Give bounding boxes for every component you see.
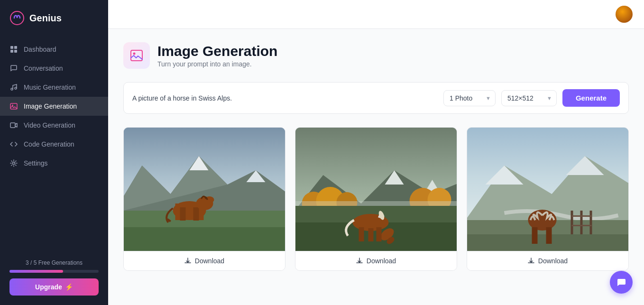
download-label: Download	[195, 257, 224, 265]
sidebar-item-settings[interactable]: Settings	[0, 154, 108, 173]
page-title: Image Generation	[157, 43, 277, 59]
download-icon	[356, 258, 363, 264]
image-icon	[9, 102, 18, 111]
chat-bubble-button[interactable]	[610, 271, 633, 294]
image-card-1: Download	[123, 127, 285, 271]
upgrade-icon: ⚡	[65, 283, 73, 291]
sidebar-bottom: 3 / 5 Free Generations Upgrade ⚡	[0, 252, 108, 305]
svg-rect-44	[377, 227, 382, 241]
app-name: Genius	[29, 13, 62, 24]
svg-rect-24	[193, 207, 199, 221]
photo-count-select[interactable]: 1 Photo 2 Photos 3 Photos 4 Photos	[443, 90, 496, 106]
avatar-image	[616, 6, 633, 23]
sidebar-item-music-generation[interactable]: Music Generation	[0, 78, 108, 97]
topbar	[108, 0, 644, 29]
sidebar-item-label: Dashboard	[24, 46, 56, 53]
genius-logo-icon	[9, 10, 25, 26]
sidebar-nav: Dashboard Conversation Music Generation	[0, 36, 108, 252]
svg-rect-55	[572, 215, 592, 217]
svg-rect-42	[359, 227, 364, 241]
sidebar-item-code-generation[interactable]: Code Generation	[0, 135, 108, 154]
progress-fill	[9, 270, 63, 273]
music-icon	[9, 83, 18, 92]
sidebar-item-dashboard[interactable]: Dashboard	[0, 40, 108, 59]
sidebar-item-image-generation[interactable]: Image Generation	[0, 97, 108, 116]
chat-icon	[9, 64, 18, 73]
svg-rect-43	[368, 228, 374, 241]
generate-label: Generate	[576, 94, 607, 102]
svg-rect-2	[14, 46, 17, 49]
download-button-2[interactable]: Download	[295, 251, 457, 270]
main-content: Image Generation Turn your prompt into a…	[108, 0, 644, 305]
download-button-1[interactable]: Download	[124, 251, 285, 270]
svg-point-6	[15, 87, 17, 89]
image-card-2: Download	[295, 127, 457, 271]
svg-rect-54	[590, 211, 592, 234]
upgrade-label: Upgrade	[35, 283, 62, 291]
svg-rect-9	[10, 123, 15, 128]
svg-rect-23	[180, 207, 186, 221]
sidebar-item-label: Settings	[24, 159, 48, 167]
svg-point-12	[133, 53, 136, 55]
resolution-wrapper: 256×256 512×512 1024×1024 ▼	[501, 90, 557, 106]
sidebar-item-label: Music Generation	[24, 83, 76, 91]
download-label: Download	[367, 257, 396, 265]
image-generation-icon	[130, 49, 143, 62]
page-title-group: Image Generation Turn your prompt into a…	[157, 43, 277, 68]
svg-rect-19	[124, 227, 285, 251]
page-header: Image Generation Turn your prompt into a…	[123, 42, 629, 69]
svg-rect-4	[14, 50, 17, 53]
download-button-3[interactable]: Download	[467, 251, 628, 270]
image-2	[295, 128, 457, 251]
grid-icon	[9, 45, 18, 54]
chat-bubble-icon	[616, 277, 626, 287]
prompt-input[interactable]	[132, 94, 438, 102]
svg-rect-53	[580, 211, 583, 234]
svg-point-5	[11, 88, 13, 90]
download-icon	[184, 258, 191, 264]
video-icon	[9, 121, 18, 129]
sidebar-item-conversation[interactable]: Conversation	[0, 59, 108, 78]
image-3	[467, 128, 628, 251]
avatar[interactable]	[616, 6, 633, 23]
svg-rect-52	[571, 211, 573, 234]
svg-point-10	[13, 162, 15, 165]
sidebar-item-label: Code Generation	[24, 140, 74, 148]
upgrade-button[interactable]: Upgrade ⚡	[9, 278, 99, 296]
svg-rect-11	[131, 50, 142, 61]
page-icon-wrap	[123, 42, 150, 69]
download-icon	[528, 258, 534, 264]
content-area: Image Generation Turn your prompt into a…	[108, 29, 644, 284]
photo-count-wrapper: 1 Photo 2 Photos 3 Photos 4 Photos ▼	[443, 90, 496, 106]
sidebar: Genius Dashboard Conversation	[0, 0, 108, 305]
svg-rect-3	[10, 50, 13, 53]
svg-rect-56	[572, 225, 592, 226]
progress-track	[9, 270, 99, 273]
svg-point-8	[12, 105, 13, 106]
generate-button[interactable]: Generate	[562, 89, 620, 107]
image-card-3: Download	[467, 127, 629, 271]
sidebar-item-label: Conversation	[24, 65, 63, 72]
image-1	[124, 128, 285, 251]
image-grid: Download	[123, 127, 629, 271]
resolution-select[interactable]: 256×256 512×512 1024×1024	[501, 90, 557, 106]
sidebar-logo: Genius	[0, 0, 108, 36]
svg-rect-59	[546, 227, 552, 244]
svg-rect-1	[10, 46, 13, 49]
toolbar: 1 Photo 2 Photos 3 Photos 4 Photos ▼ 256…	[123, 82, 629, 114]
free-generations-label: 3 / 5 Free Generations	[9, 259, 99, 266]
sidebar-item-label: Video Generation	[24, 121, 75, 129]
page-subtitle: Turn your prompt into an image.	[157, 60, 277, 68]
download-label: Download	[538, 257, 568, 265]
svg-rect-58	[532, 227, 538, 244]
settings-icon	[9, 159, 18, 167]
sidebar-item-label: Image Generation	[24, 102, 77, 110]
sidebar-item-video-generation[interactable]: Video Generation	[0, 116, 108, 135]
code-icon	[9, 140, 18, 148]
